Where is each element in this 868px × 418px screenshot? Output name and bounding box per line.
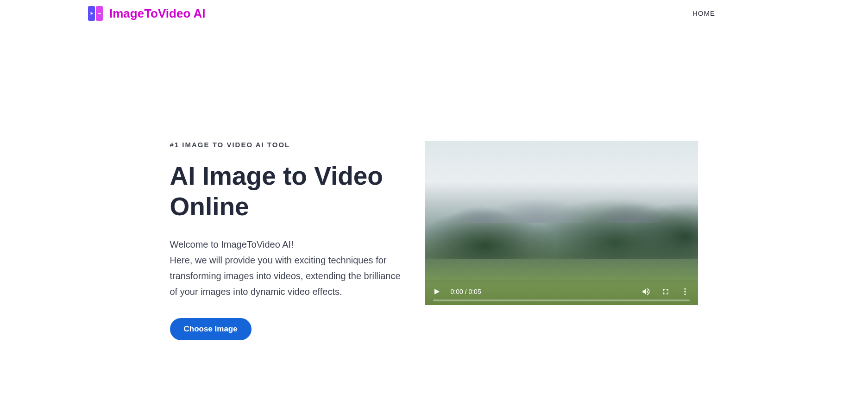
- svg-point-3: [684, 288, 686, 290]
- video-controls: 0:00 / 0:05: [425, 280, 698, 305]
- svg-point-5: [684, 293, 686, 295]
- video-time: 0:00 / 0:05: [451, 288, 481, 295]
- hero-subcopy-line1: Welcome to ImageToVideo AI!: [170, 239, 294, 250]
- hero-eyebrow: #1 IMAGE TO VIDEO AI TOOL: [170, 141, 406, 149]
- main-nav: HOME: [692, 9, 715, 18]
- svg-point-4: [684, 291, 686, 292]
- hero-subcopy: Welcome to ImageToVideo AI! Here, we wil…: [170, 237, 406, 299]
- play-icon[interactable]: [433, 288, 440, 295]
- svg-marker-2: [434, 289, 440, 294]
- hero-headline: AI Image to Video Online: [170, 161, 406, 222]
- more-options-icon[interactable]: [680, 287, 690, 296]
- nav-home[interactable]: HOME: [692, 9, 715, 17]
- site-header: ImageToVideo AI HOME: [0, 0, 868, 27]
- volume-icon[interactable]: [642, 287, 651, 296]
- video-player[interactable]: 0:00 / 0:05: [425, 141, 698, 305]
- hero-media: 0:00 / 0:05: [425, 113, 698, 305]
- brand[interactable]: ImageToVideo AI: [88, 6, 206, 21]
- hero-section: #1 IMAGE TO VIDEO AI TOOL AI Image to Vi…: [66, 27, 802, 340]
- hero-copy: #1 IMAGE TO VIDEO AI TOOL AI Image to Vi…: [170, 113, 406, 340]
- brand-logo-icon: [88, 6, 103, 21]
- svg-rect-1: [98, 13, 101, 14]
- fullscreen-icon[interactable]: [661, 287, 670, 296]
- brand-name: ImageToVideo AI: [109, 6, 206, 21]
- video-progress-bar[interactable]: [433, 299, 690, 301]
- svg-marker-0: [90, 12, 93, 15]
- hero-subcopy-line2: Here, we will provide you with exciting …: [170, 255, 401, 297]
- choose-image-button[interactable]: Choose Image: [170, 318, 252, 340]
